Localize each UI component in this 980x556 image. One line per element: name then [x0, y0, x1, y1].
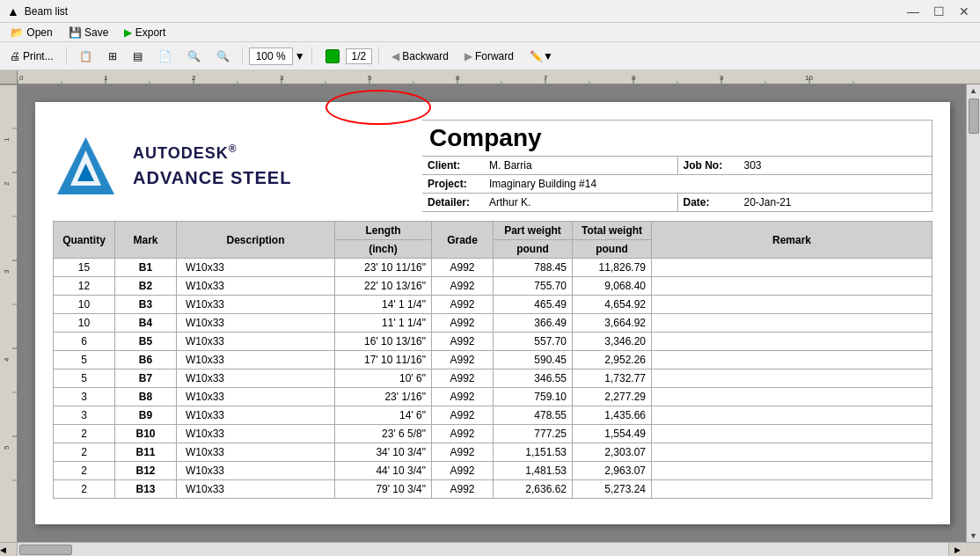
- close-button[interactable]: ✕: [955, 4, 973, 18]
- svg-text:5: 5: [3, 445, 11, 450]
- cell-part-weight: 2,636.62: [494, 480, 573, 499]
- cell-part-weight: 590.45: [494, 351, 573, 369]
- cell-length: 14' 6": [335, 406, 432, 425]
- cell-remark: [652, 388, 932, 406]
- cell-mark: B13: [115, 480, 177, 499]
- forward-button[interactable]: ▶ Forward: [458, 48, 520, 65]
- magnify-icon: 🔍: [187, 50, 201, 62]
- menu-item-save[interactable]: 💾 Save: [62, 25, 116, 40]
- cell-desc: W10x33: [177, 296, 335, 314]
- jobno-label: Job No:: [677, 157, 739, 174]
- scroll-corner: [966, 542, 980, 556]
- page-nav-icon: [325, 49, 340, 63]
- forward-icon: ▶: [464, 50, 472, 62]
- header-remark: Remark: [652, 222, 932, 259]
- cell-qty: 10: [54, 314, 115, 333]
- backward-button[interactable]: ◀ Backward: [385, 48, 455, 65]
- cell-qty: 10: [54, 296, 115, 314]
- cell-qty: 15: [54, 259, 115, 277]
- svg-text:1: 1: [3, 137, 11, 142]
- autodesk-name: AUTODESK®: [133, 142, 291, 165]
- menu-item-open[interactable]: 📂 Open: [4, 25, 60, 40]
- bottom-bar: ◀ ▶: [0, 542, 980, 556]
- toolbar-separator-3: [311, 48, 312, 65]
- horizontal-scrollbar[interactable]: [18, 542, 948, 556]
- cell-grade: A992: [432, 388, 494, 406]
- zoom-page-button[interactable]: 🔍: [210, 48, 236, 65]
- cell-remark: [652, 480, 932, 499]
- detailer-value: Arthur K.: [484, 194, 677, 211]
- ruler-horizontal: 0 1 2 3 5 6 7 8 9 10: [0, 70, 980, 84]
- minimize-button[interactable]: —: [903, 4, 923, 18]
- annotate-icon: ✏️▼: [530, 50, 553, 62]
- scroll-down-button[interactable]: ▼: [967, 530, 980, 542]
- cell-grade: A992: [432, 296, 494, 314]
- zoom-dropdown-icon[interactable]: ▼: [295, 50, 305, 62]
- grid-button[interactable]: ⊞: [102, 48, 123, 65]
- cell-total-weight: 9,068.40: [573, 277, 652, 296]
- cell-grade: A992: [432, 259, 494, 277]
- cell-qty: 3: [54, 388, 115, 406]
- layout-button[interactable]: ▤: [127, 48, 149, 65]
- cell-grade: A992: [432, 462, 494, 480]
- cell-desc: W10x33: [177, 462, 335, 480]
- cell-part-weight: 557.70: [494, 333, 573, 351]
- table-row: 2 B13 W10x33 79' 10 3/4" A992 2,636.62 5…: [54, 480, 932, 499]
- project-value: Imaginary Building #14: [484, 175, 932, 193]
- title-bar: ▲ Beam list — ☐ ✕: [0, 0, 980, 23]
- content-area[interactable]: AUTODESK® ADVANCE STEEL Company Client: …: [18, 84, 966, 542]
- cell-desc: W10x33: [177, 406, 335, 425]
- cell-total-weight: 2,303.07: [573, 443, 652, 462]
- cell-total-weight: 1,554.49: [573, 425, 652, 443]
- backward-icon: ◀: [391, 50, 399, 62]
- print-button[interactable]: 🖨 Print...: [4, 48, 60, 65]
- toolbar-separator-4: [378, 48, 379, 65]
- table-row: 10 B3 W10x33 14' 1 1/4" A992 465.49 4,65…: [54, 296, 932, 314]
- info-section: Company Client: M. Barria Job No: 303 Pr…: [422, 120, 932, 212]
- main-area: 1 2 3 4 5: [0, 84, 980, 542]
- open-icon: 📂: [11, 26, 24, 39]
- menu-item-export[interactable]: ▶ Export: [117, 25, 172, 40]
- cell-remark: [652, 259, 932, 277]
- scrollbar-thumb-horizontal[interactable]: [19, 545, 72, 555]
- layout-icon: ▤: [133, 50, 143, 62]
- zoom-input[interactable]: [249, 48, 293, 65]
- cell-mark: B1: [115, 259, 177, 277]
- cell-desc: W10x33: [177, 425, 335, 443]
- header-grade: Grade: [432, 222, 494, 259]
- cell-grade: A992: [432, 314, 494, 333]
- company-name: Company: [422, 121, 932, 157]
- table-row: 12 B2 W10x33 22' 10 13/16" A992 755.70 9…: [54, 277, 932, 296]
- cell-grade: A992: [432, 351, 494, 369]
- header-total-weight-unit: pound: [573, 240, 652, 259]
- svg-text:1: 1: [104, 74, 108, 82]
- annotate-button[interactable]: ✏️▼: [523, 48, 559, 65]
- print-icon: 🖨: [10, 50, 20, 62]
- magnify-button[interactable]: 🔍: [181, 48, 207, 65]
- copy-button[interactable]: 📋: [73, 48, 99, 65]
- scroll-right-button[interactable]: ▶: [948, 542, 966, 556]
- pages-button[interactable]: 📄: [152, 48, 178, 65]
- cell-length: 10' 6": [335, 369, 432, 388]
- autodesk-sub: ADVANCE STEEL: [133, 165, 291, 190]
- scroll-up-button[interactable]: ▲: [967, 84, 980, 97]
- maximize-button[interactable]: ☐: [930, 4, 948, 18]
- cell-qty: 2: [54, 462, 115, 480]
- cell-desc: W10x33: [177, 351, 335, 369]
- scrollbar-thumb-vertical[interactable]: [969, 99, 979, 134]
- svg-text:10: 10: [805, 74, 813, 82]
- table-row: 5 B6 W10x33 17' 10 11/16" A992 590.45 2,…: [54, 351, 932, 369]
- zoom-page-icon: 🔍: [216, 50, 230, 62]
- svg-text:3: 3: [3, 269, 11, 274]
- svg-text:3: 3: [280, 74, 284, 82]
- detailer-label: Detailer:: [422, 194, 484, 211]
- page-header: AUTODESK® ADVANCE STEEL Company Client: …: [53, 120, 932, 212]
- table-row: 15 B1 W10x33 23' 10 11/16" A992 788.45 1…: [54, 259, 932, 277]
- page-indicator[interactable]: 1/2: [346, 48, 373, 64]
- vertical-scrollbar[interactable]: ▲ ▼: [966, 84, 980, 542]
- cell-part-weight: 755.70: [494, 277, 573, 296]
- header-part-weight: Part weight: [494, 222, 573, 240]
- scroll-left-button[interactable]: ◀: [0, 542, 18, 556]
- svg-text:8: 8: [632, 74, 636, 82]
- cell-qty: 3: [54, 406, 115, 425]
